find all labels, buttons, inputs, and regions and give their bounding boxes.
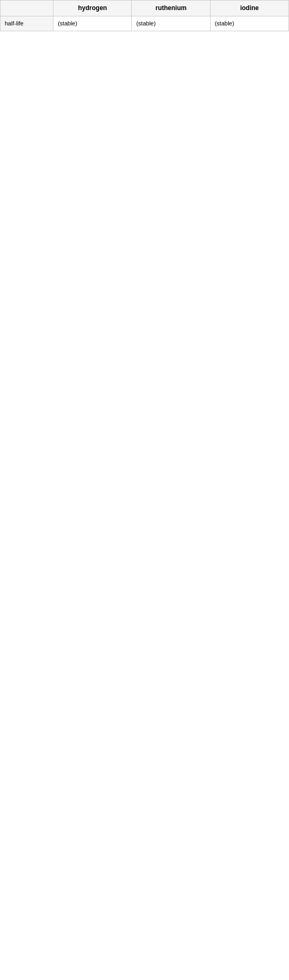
table-row: half-life(stable)(stable)(stable) (1, 16, 289, 31)
col-header-hydrogen: hydrogen (53, 1, 132, 16)
cell-hydrogen: (stable) (53, 16, 132, 31)
col-header-empty (1, 1, 53, 16)
col-header-ruthenium: ruthenium (132, 1, 210, 16)
main-table: hydrogen ruthenium iodine half-life(stab… (0, 0, 289, 31)
cell-ruthenium: (stable) (132, 16, 210, 31)
cell-iodine: (stable) (210, 16, 288, 31)
row-label: half-life (1, 16, 53, 31)
col-header-iodine: iodine (210, 1, 288, 16)
